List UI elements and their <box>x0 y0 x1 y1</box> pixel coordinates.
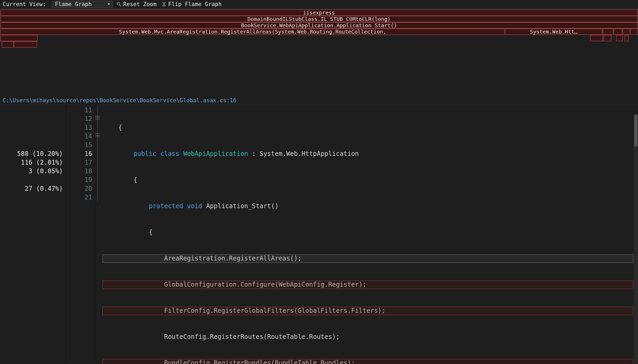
vertical-scrollbar[interactable] <box>634 114 638 364</box>
line-number-gutter: 11 12 13 14 15 16 17 18 19 20 21 <box>66 105 95 364</box>
magnifier-icon <box>116 2 122 7</box>
ln-20: 20 <box>66 184 92 193</box>
reset-zoom-button[interactable]: Reset Zoom <box>115 1 157 7</box>
flame-frame[interactable] <box>623 29 630 35</box>
ln-19: 19 <box>66 176 92 184</box>
flame-frame[interactable]: System.Web.Mvc.AreaRegistration.Register… <box>1 29 505 35</box>
code-panel: 588 (10.20%) 116 (2.01%) 3 (0.05%) 27 (0… <box>0 105 638 364</box>
flip-flame-label: Flip Flame Graph <box>168 1 222 7</box>
view-value: Flame Graph <box>55 1 92 7</box>
code-l15: { <box>101 228 638 237</box>
flame-frame[interactable]: BookService.WebApiApplication.Applicatio… <box>1 22 637 29</box>
flame-frame[interactable] <box>616 35 623 41</box>
code-l20: BundleConfig.RegisterBundles(BundleTable… <box>101 359 638 364</box>
ln-16: 16 <box>66 150 92 158</box>
svg-line-1 <box>120 5 121 6</box>
flame-frame[interactable] <box>603 29 613 35</box>
metric-l20: 27 (0.47%) <box>0 184 63 193</box>
code-l14: protected void Application_Start() <box>101 202 638 211</box>
code-l12: public class WebApiApplication : System.… <box>101 150 638 158</box>
flame-frame[interactable]: iisexpress <box>1 10 637 16</box>
ln-11: 11 <box>66 106 92 115</box>
fold-column: − − <box>95 105 101 364</box>
reset-zoom-label: Reset Zoom <box>123 1 156 7</box>
flame-frame[interactable]: DomainBoundILStubClass.IL_STUB_COMtoCLR(… <box>1 16 637 22</box>
scroll-thumb[interactable] <box>634 115 637 147</box>
flame-frame[interactable] <box>14 41 37 48</box>
code-l18: FilterConfig.RegisterGlobalFilters(Globa… <box>101 306 638 315</box>
ln-17: 17 <box>66 158 92 167</box>
code-l13: { <box>101 176 638 184</box>
metric-l17: 116 (2.01%) <box>0 158 63 167</box>
ln-18: 18 <box>66 167 92 176</box>
svg-point-0 <box>117 2 120 5</box>
chevron-down-icon <box>108 3 110 5</box>
file-path-bar: C:\Users\mihays\source\repos\BookService… <box>0 96 638 105</box>
code-l19: RouteConfig.RegisterRoutes(RouteTable.Ro… <box>101 333 638 341</box>
ln-14: 14 <box>66 132 92 141</box>
flame-frame[interactable] <box>630 29 637 35</box>
metrics-column: 588 (10.20%) 116 (2.01%) 3 (0.05%) 27 (0… <box>0 105 66 364</box>
flip-icon <box>161 2 167 7</box>
metric-l16: 588 (10.20%) <box>0 150 63 158</box>
ln-15: 15 <box>66 141 92 150</box>
fold-toggle-12[interactable]: − <box>96 116 99 120</box>
code-l11: { <box>101 123 638 132</box>
code-l17: GlobalConfiguration.Configure(WebApiConf… <box>101 280 638 289</box>
view-select[interactable]: Flame Graph <box>52 1 113 8</box>
flame-frame[interactable] <box>2 41 13 48</box>
ln-21: 21 <box>66 193 92 202</box>
flame-frame[interactable] <box>625 35 628 41</box>
flame-frame[interactable] <box>590 35 603 41</box>
metric-l18: 3 (0.05%) <box>0 167 63 176</box>
code-editor[interactable]: { public class WebApiApplication : Syste… <box>101 105 638 364</box>
code-l16: AreaRegistration.RegisterAllAreas(); <box>101 254 638 263</box>
view-label: Current View: <box>3 1 49 7</box>
flame-frame[interactable] <box>1 35 38 41</box>
fold-toggle-14[interactable]: − <box>96 133 99 137</box>
flip-flame-button[interactable]: Flip Flame Graph <box>160 1 223 7</box>
ln-13: 13 <box>66 123 92 132</box>
flame-frame[interactable] <box>614 29 622 35</box>
toolbar: Current View: Flame Graph Reset Zoom Fli… <box>0 0 638 9</box>
ln-12: 12 <box>66 115 92 123</box>
flame-frame[interactable] <box>604 35 611 41</box>
flame-frame[interactable]: System.Web.Htt… <box>505 29 602 35</box>
flame-graph[interactable]: iisexpressDomainBoundILStubClass.IL_STUB… <box>0 9 638 96</box>
